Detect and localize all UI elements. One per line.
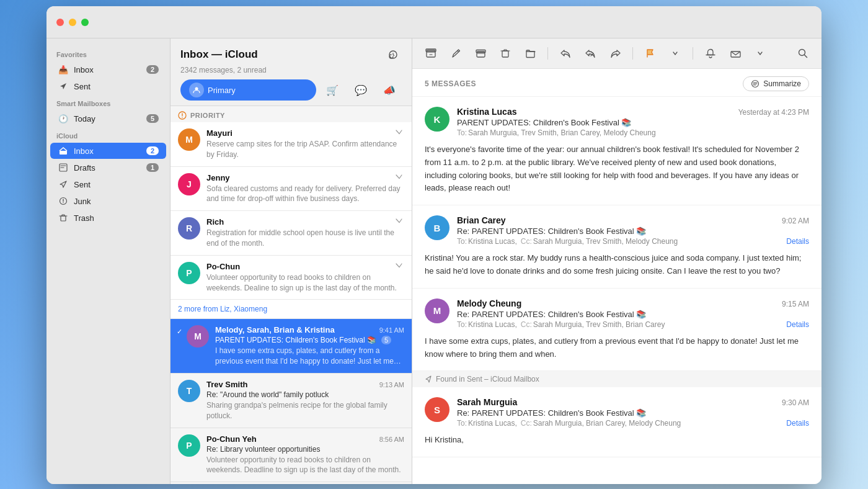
close-button[interactable] <box>56 19 64 26</box>
email-body-3: I have some extra cups, plates, and cutl… <box>425 335 809 361</box>
email-subject-2: Re: PARENT UPDATES: Children's Book Fest… <box>457 227 809 236</box>
avatar-mayuri-priority: M <box>178 128 200 151</box>
priority-section: PRIORITY <box>170 106 412 122</box>
more-from[interactable]: 2 more from Liz, Xiaomeng <box>170 300 412 319</box>
avatar-melody: M <box>187 325 209 348</box>
sidebar-item-drafts-label: Drafts <box>74 163 146 173</box>
shopping-tab[interactable]: 🛒 <box>320 81 345 99</box>
inbox-icloud-icon <box>58 145 69 156</box>
msg-content-1: Melody, Sarah, Brian & Kristina 9:41 AM … <box>215 325 404 367</box>
priority-label: PRIORITY <box>190 112 225 119</box>
priority-message-2[interactable]: J Jenny Sofa cleared customs and ready f… <box>170 167 412 212</box>
minimize-button[interactable] <box>69 19 76 26</box>
sidebar-item-junk-label: Junk <box>74 197 159 206</box>
sidebar-item-sent-fav[interactable]: Sent <box>50 78 166 94</box>
priority-msg-content-4: Po-Chun Volunteer opportunity to read bo… <box>206 262 404 294</box>
forward-button[interactable] <box>606 45 624 62</box>
primary-tab[interactable]: Primary <box>180 79 316 101</box>
msg-content-3: Po-Chun Yeh 8:56 AM Re: Library voluntee… <box>206 434 404 476</box>
news-tab[interactable]: 📣 <box>377 81 402 99</box>
mailbox-dropdown-button[interactable] <box>751 45 769 62</box>
email-meta-3: Melody Cheung 9:15 AM Re: PARENT UPDATES… <box>457 298 809 329</box>
summarize-button[interactable]: Summarize <box>743 76 809 91</box>
msg-preview-2: Sharing grandpa's pelmenis recipe for th… <box>206 400 404 421</box>
archive-button[interactable] <box>422 45 440 62</box>
email-subject-4: Re: PARENT UPDATES: Children's Book Fest… <box>457 408 809 418</box>
transactions-tab[interactable]: 💬 <box>348 81 373 99</box>
sidebar-item-drafts[interactable]: Drafts 1 <box>50 159 166 176</box>
found-in-sent-text: Found in Sent – iCloud Mailbox <box>436 375 539 384</box>
priority-sender-3: Rich <box>206 217 224 227</box>
inbox-fav-badge: 2 <box>146 65 159 74</box>
message-item-1[interactable]: ✓ M Melody, Sarah, Brian & Kristina 9:41… <box>170 319 412 374</box>
folder-move-button[interactable] <box>521 45 539 62</box>
priority-preview-1: Reserve camp sites for the trip ASAP. Co… <box>206 139 404 160</box>
inbox-icloud-badge: 2 <box>146 146 159 155</box>
mailbox-button[interactable] <box>727 45 744 62</box>
sidebar-item-trash-label: Trash <box>74 213 159 223</box>
sidebar-item-today[interactable]: 🕐 Today 5 <box>50 110 166 127</box>
email-to-row-2: To: Kristina Lucas, Cc: Sarah Murguia, T… <box>457 237 809 246</box>
msg-time-2: 9:13 AM <box>379 381 404 388</box>
sidebar-item-sent-fav-label: Sent <box>74 82 159 91</box>
found-in-sent-banner: Found in Sent – iCloud Mailbox <box>412 371 822 387</box>
get-messages-button[interactable] <box>384 46 402 63</box>
sidebar-item-trash[interactable]: Trash <box>50 210 166 226</box>
junk-icon <box>58 195 69 207</box>
email-meta-4: Sarah Murguia 9:30 AM Re: PARENT UPDATES… <box>457 397 809 428</box>
flag-dropdown-button[interactable] <box>666 45 684 62</box>
trash-button[interactable] <box>497 45 514 62</box>
avatar-rich-priority: R <box>178 217 200 240</box>
email-message-3: M Melody Cheung 9:15 AM Re: PARENT UPDAT… <box>412 289 822 372</box>
priority-message-1[interactable]: M Mayuri Reserve camp sites for the trip… <box>170 122 412 167</box>
details-link-3[interactable]: Details <box>786 320 809 329</box>
priority-message-3[interactable]: R Rich Registration for middle school op… <box>170 211 412 256</box>
reply-all-button[interactable] <box>582 45 599 62</box>
sidebar-item-inbox-icloud-label: Inbox <box>74 146 146 156</box>
details-link-2[interactable]: Details <box>786 237 809 246</box>
message-item-2[interactable]: T Trev Smith 9:13 AM Re: "Around the wor… <box>170 374 412 428</box>
email-to-row-4: To: Kristina Lucas, Cc: Sarah Murguia, B… <box>457 419 809 428</box>
toolbar-sep-1 <box>547 47 548 60</box>
sidebar-item-inbox-fav[interactable]: 📥 Inbox 2 <box>50 61 166 78</box>
message-item-4[interactable]: M Mayuri Patel Yesterday Mother/daughter… <box>170 482 412 484</box>
app-window: Favorites 📥 Inbox 2 Sent Smart Mailboxes… <box>46 6 822 484</box>
msg-preview-3: Volunteer opportunity to read books to c… <box>206 455 404 476</box>
maximize-button[interactable] <box>81 19 89 26</box>
sidebar-item-inbox-icloud[interactable]: Inbox 2 <box>50 143 166 159</box>
msg-sender-1: Melody, Sarah, Brian & Kristina <box>215 325 335 334</box>
msg-subject-3: Re: Library volunteer opportunities <box>206 445 404 454</box>
message-item-3[interactable]: P Po-Chun Yeh 8:56 AM Re: Library volunt… <box>170 428 412 483</box>
move-to-archive-button[interactable] <box>472 45 489 62</box>
favorites-section-title: Favorites <box>46 46 170 61</box>
sidebar-item-today-label: Today <box>74 114 146 123</box>
svg-point-7 <box>195 87 198 91</box>
sidebar-item-junk[interactable]: Junk <box>50 193 166 209</box>
search-button[interactable] <box>794 45 812 62</box>
email-avatar-melody: M <box>425 298 450 323</box>
email-message-4: S Sarah Murguia 9:30 AM Re: PARENT UPDAT… <box>412 387 822 457</box>
reply-button[interactable] <box>557 45 574 62</box>
msg-preview-1: I have some extra cups, plates, and cutl… <box>215 346 404 367</box>
sidebar: Favorites 📥 Inbox 2 Sent Smart Mailboxes… <box>46 38 170 484</box>
notification-button[interactable] <box>702 45 719 62</box>
details-link-4[interactable]: Details <box>786 419 809 428</box>
svg-point-4 <box>63 202 63 203</box>
email-to-3: Kristina Lucas, <box>468 320 517 329</box>
priority-msg-content-1: Mayuri Reserve camp sites for the trip A… <box>206 128 404 160</box>
sidebar-item-sent-icloud[interactable]: Sent <box>50 176 166 192</box>
sidebar-item-inbox-fav-label: Inbox <box>74 65 146 74</box>
email-meta-2: Brian Carey 9:02 AM Re: PARENT UPDATES: … <box>457 215 809 246</box>
email-message-1: K Kristina Lucas Yesterday at 4:23 PM PA… <box>412 97 822 205</box>
priority-message-4[interactable]: P Po-Chun Volunteer opportunity to read … <box>170 256 412 300</box>
priority-msg-content-2: Jenny Sofa cleared customs and ready for… <box>206 173 404 205</box>
compose-button[interactable] <box>447 45 464 62</box>
sent-icloud-icon <box>58 179 69 190</box>
flag-button[interactable] <box>642 45 659 62</box>
msg-content-2: Trev Smith 9:13 AM Re: "Around the world… <box>206 380 404 421</box>
priority-preview-3: Registration for middle school open hous… <box>206 228 404 249</box>
drafts-badge: 1 <box>146 163 159 172</box>
email-to-2: Kristina Lucas, <box>468 237 517 246</box>
msg-subject-2: Re: "Around the world" family potluck <box>206 390 404 399</box>
email-message-2: B Brian Carey 9:02 AM Re: PARENT UPDATES… <box>412 205 822 289</box>
